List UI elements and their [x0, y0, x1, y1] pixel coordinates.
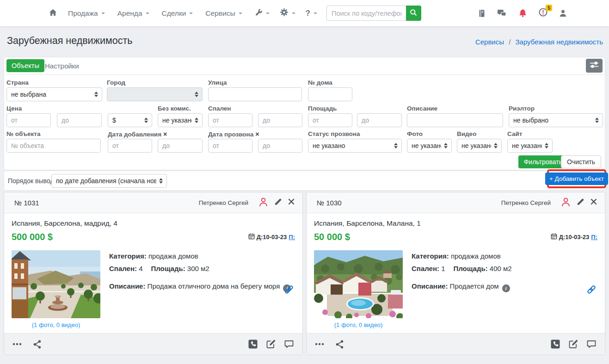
share-icon[interactable] — [335, 339, 344, 349]
breadcrumb-services-link[interactable]: Сервисы — [475, 38, 504, 46]
search-button[interactable] — [406, 6, 421, 21]
tools-menu[interactable] — [255, 8, 270, 18]
edit-note-icon[interactable] — [568, 339, 578, 349]
house-number-input[interactable] — [308, 87, 352, 101]
comment-icon[interactable] — [586, 339, 597, 349]
call-log-icon[interactable] — [248, 339, 258, 349]
site-filter-select[interactable]: не указано — [507, 139, 553, 153]
menu-servisy[interactable]: Сервисы — [205, 9, 242, 18]
price-to-input[interactable] — [57, 113, 102, 127]
call-date-link[interactable]: П: — [289, 234, 295, 241]
street-input[interactable] — [208, 87, 302, 101]
photo-filter-select[interactable]: не указано — [407, 139, 452, 153]
tab-bar: Объекты Настройки — [4, 57, 605, 75]
bell-icon[interactable] — [518, 8, 528, 18]
media-count-link[interactable]: (1 фото, 0 видео) — [12, 321, 100, 328]
bedrooms-from-input[interactable] — [208, 113, 252, 127]
clear-date-called-icon[interactable]: × — [255, 130, 259, 138]
tab-objects[interactable]: Объекты — [6, 59, 44, 72]
video-filter-select[interactable]: не указано — [457, 139, 502, 153]
more-actions-icon[interactable] — [315, 343, 324, 345]
call-status-select-value: не указано — [313, 142, 391, 149]
call-date-link[interactable]: П: — [591, 234, 597, 241]
date-added-from-input[interactable] — [108, 139, 152, 153]
link-icon[interactable] — [284, 284, 294, 298]
description-label: Описание: — [109, 282, 145, 290]
chevron-down-icon — [292, 12, 295, 14]
alerts-button[interactable]: 5 — [538, 7, 548, 19]
add-object-button[interactable]: + Добавить объект — [545, 173, 608, 185]
video-filter-select-value: не указано — [461, 142, 491, 149]
calendar-icon — [551, 233, 557, 241]
no-commission-select[interactable]: не указано — [158, 113, 203, 127]
info-icon[interactable]: i — [502, 284, 510, 292]
select-arrows-icon — [159, 178, 163, 184]
area-from-input[interactable] — [308, 113, 352, 127]
date-called-label-text: Дата прозвона — [208, 131, 253, 138]
bedrooms-label: Спален: — [412, 265, 439, 272]
close-object-button[interactable] — [590, 198, 597, 207]
share-icon[interactable] — [32, 339, 42, 349]
close-object-button[interactable] — [288, 198, 295, 207]
comment-icon[interactable] — [284, 339, 294, 349]
date-called-from-input[interactable] — [208, 139, 252, 153]
clear-date-added-icon[interactable]: × — [163, 130, 167, 138]
chat-icon[interactable] — [497, 9, 507, 18]
tab-settings[interactable]: Настройки — [45, 62, 79, 70]
search-input[interactable] — [326, 6, 406, 21]
call-log-icon[interactable] — [550, 339, 560, 349]
currency-select[interactable]: $ — [108, 113, 152, 127]
more-actions-icon[interactable] — [12, 343, 22, 345]
area-to-input[interactable] — [357, 113, 402, 127]
select-arrows-icon — [195, 92, 198, 98]
filter-toggle-button[interactable] — [586, 59, 603, 73]
edit-object-button[interactable] — [577, 198, 584, 208]
realtor-select[interactable]: не выбрано — [509, 113, 603, 127]
date-called-to-input[interactable] — [258, 139, 302, 153]
bedrooms-label: Спален — [208, 105, 231, 112]
menu-servisy-label: Сервисы — [205, 9, 235, 18]
chevron-down-icon — [189, 12, 193, 14]
breadcrumb-current-link[interactable]: Зарубежная недвижимость — [516, 38, 603, 46]
media-count-link[interactable]: (1 фото, 0 видео) — [314, 321, 403, 328]
bedrooms-to-input[interactable] — [258, 113, 302, 127]
menu-sdelki[interactable]: Сделки — [162, 9, 193, 18]
country-select[interactable]: не выбрана — [6, 87, 102, 101]
journal-icon[interactable] — [478, 9, 486, 18]
description-value: Продажа отличного дома на берегу моря — [148, 282, 280, 290]
photo-filter-select-value: не указано — [412, 142, 441, 149]
agent-button[interactable] — [560, 197, 571, 209]
edit-object-button[interactable] — [274, 198, 282, 208]
object-price: 50 000 $ — [314, 232, 350, 242]
city-select[interactable] — [107, 87, 203, 101]
edit-note-icon[interactable] — [266, 339, 276, 349]
property-photo[interactable]: (1 фото, 0 видео) — [12, 250, 100, 328]
date-added-to-input[interactable] — [158, 139, 203, 153]
sort-order-select[interactable]: по дате добавления (сначала новые) — [51, 174, 167, 188]
call-status-select[interactable]: не указано — [308, 139, 402, 153]
link-icon[interactable] — [586, 284, 597, 298]
topbar-icons: 5 — [478, 7, 567, 19]
select-arrows-icon — [195, 117, 198, 123]
select-arrows-icon — [144, 117, 148, 123]
menu-arenda[interactable]: Аренда — [117, 9, 149, 18]
agent-button[interactable] — [258, 197, 269, 209]
object-number-input[interactable] — [6, 139, 101, 153]
object-price: 500 000 $ — [12, 232, 53, 242]
select-arrows-icon — [94, 92, 98, 98]
settings-menu[interactable] — [280, 8, 295, 19]
menu-prodazha[interactable]: Продажа — [68, 9, 105, 18]
property-photo[interactable]: (1 фото, 0 видео) — [314, 250, 403, 328]
date-added-label: Дата добавления× — [108, 130, 167, 138]
user-icon[interactable] — [559, 9, 567, 18]
help-menu[interactable]: ? — [306, 9, 317, 18]
object-number: № 1031 — [14, 199, 39, 207]
description-input[interactable] — [407, 113, 503, 127]
filter-button[interactable]: Фильтровать — [518, 155, 568, 168]
clear-button[interactable]: Очистить — [561, 155, 601, 168]
home-button[interactable] — [49, 9, 57, 18]
help-icon: ? — [306, 9, 310, 18]
price-from-input[interactable] — [6, 113, 51, 127]
area-label: Площадь: — [453, 265, 487, 272]
select-arrows-icon — [394, 143, 398, 149]
